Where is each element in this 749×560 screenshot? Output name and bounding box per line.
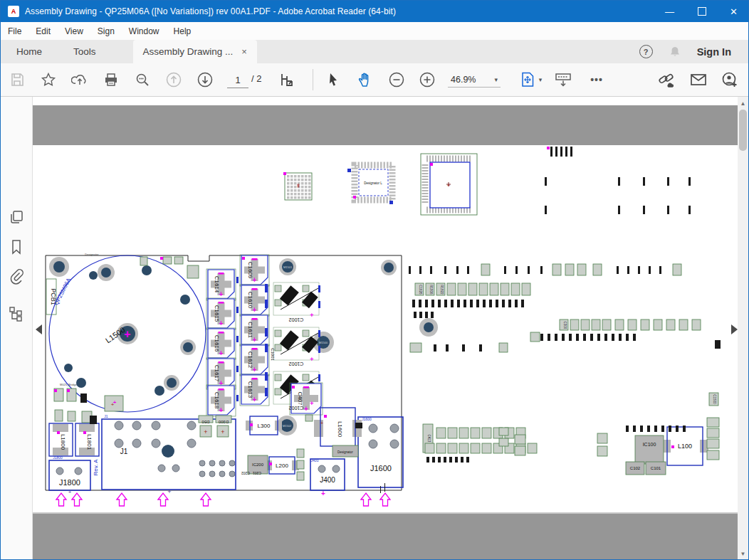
small-component	[466, 457, 469, 463]
zoom-level-dropdown[interactable]: 46.9% ▾	[448, 72, 501, 88]
snapshot-icon	[282, 74, 292, 85]
small-component	[419, 300, 421, 307]
zoom-in-button[interactable]	[417, 63, 438, 96]
pin1-dot	[242, 257, 245, 260]
small-component	[467, 266, 469, 274]
menu-sign[interactable]: Sign	[90, 26, 122, 36]
small-component	[565, 147, 567, 157]
small-component	[577, 264, 586, 275]
maximize-button[interactable]	[686, 1, 718, 22]
pad-cross-mark: +	[204, 428, 207, 435]
capacitor-label: C1615	[214, 305, 220, 322]
page-thumbnails-button[interactable]	[7, 208, 26, 226]
tab-document[interactable]: Assembly Drawing ... ×	[133, 40, 257, 63]
page-total-label: / 2	[251, 73, 261, 84]
zoom-level-value: 46.9%	[451, 75, 476, 85]
small-component	[448, 428, 457, 438]
notifications-bell-icon[interactable]	[669, 46, 681, 58]
menu-help[interactable]: Help	[167, 26, 199, 36]
hand-tool-icon	[359, 73, 367, 86]
small-component	[626, 334, 629, 341]
minimize-button[interactable]: —	[654, 1, 686, 22]
email-button[interactable]	[686, 63, 711, 96]
bookmarks-button[interactable]	[7, 238, 26, 256]
small-component	[540, 266, 543, 274]
tab-home[interactable]: Home	[1, 40, 58, 63]
inductor-label: L200	[276, 463, 288, 469]
page-number-field[interactable]	[227, 72, 247, 88]
small-component	[511, 283, 520, 295]
star-button[interactable]	[38, 63, 59, 96]
menu-window[interactable]: Window	[122, 26, 167, 36]
attachments-button[interactable]	[7, 268, 26, 286]
menu-file[interactable]: File	[1, 26, 28, 36]
select-tool-button[interactable]	[323, 63, 344, 96]
small-component	[667, 177, 669, 186]
small-component	[265, 284, 268, 292]
page-number-input[interactable]	[227, 72, 248, 88]
snapshot-tool-button[interactable]	[276, 63, 298, 96]
scroll-up-button[interactable]: ▲	[738, 98, 748, 109]
small-component	[560, 147, 562, 157]
share-with-people-button[interactable]	[717, 63, 743, 96]
small-component	[431, 312, 434, 318]
component-label: Rev. A	[93, 459, 99, 476]
small-component	[576, 334, 579, 341]
save-icon	[12, 74, 23, 85]
share-upload-button[interactable]	[69, 63, 90, 96]
sign-in-button[interactable]: Sign In	[697, 46, 731, 58]
read-mode-button[interactable]	[552, 63, 574, 96]
small-component	[530, 332, 540, 342]
print-button[interactable]	[100, 63, 122, 96]
menu-edit[interactable]: Edit	[28, 26, 58, 36]
scroll-down-button[interactable]: ▼	[738, 549, 748, 559]
more-tools-button[interactable]: •••	[585, 63, 609, 96]
hand-tool-button[interactable]	[354, 63, 375, 96]
find-button[interactable]	[132, 63, 153, 96]
small-component	[659, 266, 661, 274]
inductor-label: L1801	[86, 434, 93, 450]
small-component	[615, 319, 624, 330]
small-component	[552, 264, 561, 275]
pin1-dot	[547, 147, 550, 149]
menu-view[interactable]: View	[58, 26, 90, 36]
previous-page-button[interactable]	[163, 63, 184, 96]
small-component	[640, 426, 643, 432]
save-button[interactable]	[6, 63, 28, 96]
small-component	[545, 177, 547, 186]
pad-cross-mark: +	[221, 428, 224, 435]
vertical-scrollbar[interactable]: ▲ ▼	[738, 97, 748, 560]
main-toolbar: / 2 46.9% ▾ ▾ •••	[1, 63, 749, 97]
pin1-dot	[67, 389, 70, 392]
small-component	[479, 344, 482, 352]
small-component	[499, 343, 508, 352]
component-label: C1001	[271, 348, 275, 361]
pin1-dot	[83, 431, 86, 434]
help-icon[interactable]: ?	[639, 45, 653, 58]
small-component	[455, 457, 458, 463]
dimension-mark: +	[167, 488, 171, 495]
scrollbar-thumb[interactable]	[739, 110, 747, 151]
tab-close-icon[interactable]: ×	[241, 46, 247, 57]
inductor-label: L1600	[337, 421, 343, 438]
fit-page-dropdown[interactable]: ▾	[515, 63, 546, 96]
small-component	[633, 334, 636, 341]
capacitor-label: C1611	[247, 322, 253, 339]
small-component	[479, 283, 488, 295]
zoom-out-button[interactable]	[386, 63, 407, 96]
share-link-button[interactable]	[654, 63, 679, 96]
component-label: M1500	[319, 341, 328, 344]
small-component	[643, 206, 645, 214]
close-button[interactable]: ✕	[718, 1, 749, 22]
small-component	[499, 438, 508, 446]
pin1-dot	[57, 431, 60, 434]
next-page-button[interactable]	[194, 63, 216, 96]
small-component	[265, 344, 268, 352]
layers-button[interactable]	[7, 305, 26, 323]
tab-tools[interactable]: Tools	[58, 40, 112, 63]
pin1-dot	[292, 386, 295, 389]
paperclip-icon	[11, 270, 23, 284]
document-view[interactable]: +C1609+C1610+C1611+C1612+C1613+C1614+C16…	[33, 97, 739, 560]
small-component	[476, 300, 479, 307]
capacitor-label: C1613	[247, 381, 253, 398]
